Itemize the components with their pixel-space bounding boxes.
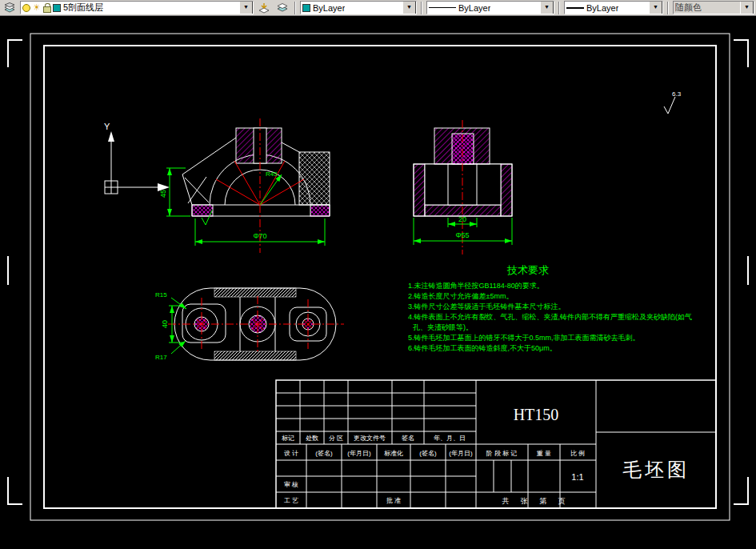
color-combo-dropdown-icon[interactable]: ▼ bbox=[402, 1, 416, 14]
tb-rev-sign: 签名 bbox=[402, 435, 414, 442]
toolbar-separator bbox=[421, 2, 422, 14]
tb-rev-file: 更改文件号 bbox=[354, 435, 386, 442]
tb-sign: (签名) bbox=[315, 450, 333, 457]
dim-side-inner: 20 bbox=[458, 215, 466, 223]
color-combo[interactable]: ByLayer ▼ bbox=[300, 1, 417, 14]
tb-date: (年月日) bbox=[347, 450, 371, 457]
roughness-value: 6.3 bbox=[672, 90, 682, 98]
tb-stage: 阶 段 标 记 bbox=[486, 450, 518, 457]
tb-audit: 审 核 bbox=[284, 481, 298, 488]
tech-title: 技术要求 bbox=[506, 264, 549, 276]
top-view: R15 R17 40 bbox=[155, 288, 344, 361]
model-space[interactable]: Y bbox=[0, 16, 756, 549]
tb-scale-value: 1:1 bbox=[571, 472, 583, 482]
tb-sign2: (签名) bbox=[419, 450, 437, 457]
side-view: 20 Φ55 bbox=[414, 120, 512, 254]
dim-front-width: Φ70 bbox=[253, 232, 266, 240]
linetype-combo[interactable]: ByLayer ▼ bbox=[426, 1, 554, 14]
tech-line: 3.铸件尺寸公差等级适于毛坯铸件基本尺寸标注。 bbox=[408, 303, 566, 311]
linetype-combo-value: ByLayer bbox=[458, 3, 490, 13]
layer-previous-button[interactable] bbox=[274, 1, 290, 14]
dim-front-radius: R45 bbox=[266, 170, 278, 178]
tb-scale-label: 比 例 bbox=[570, 450, 585, 457]
tech-line: 2.铸造长度尺寸允许偏差±5mm。 bbox=[408, 292, 513, 300]
ucs-y-label: Y bbox=[104, 122, 110, 131]
tb-weight: 重 量 bbox=[536, 450, 551, 457]
sheets-stack-icon bbox=[276, 2, 289, 14]
tb-date2: (年月日) bbox=[449, 450, 473, 457]
make-object-layer-current-button[interactable] bbox=[256, 1, 272, 14]
linetype-combo-dropdown-icon[interactable]: ▼ bbox=[540, 1, 554, 14]
tech-line: 6.铸件毛坯加工表面的铸造斜度,不大于50μm。 bbox=[408, 344, 557, 352]
plot-style-dropdown-icon[interactable]: ▼ bbox=[740, 1, 754, 14]
tech-line: 孔、夹渣砂眼等)。 bbox=[413, 323, 473, 331]
plot-style-combo[interactable]: 随颜色 ▼ bbox=[673, 1, 754, 14]
tb-rev-count: 处数 bbox=[306, 435, 318, 442]
tb-drawing-title: 毛坯图 bbox=[622, 459, 690, 480]
dim-side-width: Φ55 bbox=[455, 231, 469, 239]
tb-pages: 共 张 第 页 bbox=[502, 497, 570, 505]
layer-properties-button[interactable] bbox=[2, 1, 18, 14]
toolbar-separator bbox=[294, 2, 296, 14]
title-block: 标记 处数 分 区 更改文件号 签名 年、月、日 设 计 (签名) (年月日) … bbox=[276, 380, 716, 508]
toolbar: ☀ 5剖面线层 ▼ ByLayer ▼ ByLayer ▼ ByLayer ▼ bbox=[0, 0, 756, 16]
tb-design: 设 计 bbox=[284, 450, 298, 457]
dim-top-r-big: R17 bbox=[155, 354, 167, 361]
technical-requirements: 技术要求 1.未注铸造圆角半径按GB1184-80的要求。 2.铸造长度尺寸允许… bbox=[408, 264, 692, 352]
sheet-arrow-icon bbox=[258, 2, 270, 14]
tb-approve: 批 准 bbox=[386, 497, 401, 504]
current-color-chip bbox=[302, 4, 310, 12]
color-combo-value: ByLayer bbox=[313, 3, 345, 13]
dim-front-height: 45 bbox=[159, 190, 167, 198]
roughness-symbol: 6.3 bbox=[664, 90, 682, 114]
tb-craft: 工 艺 bbox=[284, 497, 298, 504]
tech-line: 4.铸件表面上不允许有裂纹、气孔、缩松、夹渣,铸件内部不得有严重缩松及夹砂缺陷(… bbox=[408, 313, 692, 321]
dim-top-height: 40 bbox=[161, 320, 169, 328]
toolbar-separator bbox=[558, 2, 560, 14]
lineweight-combo-value: ByLayer bbox=[586, 3, 618, 13]
lineweight-sample bbox=[566, 7, 584, 9]
tb-material: HT150 bbox=[514, 406, 559, 423]
plot-style-value: 随颜色 bbox=[675, 2, 702, 14]
layer-color-chip bbox=[53, 4, 61, 12]
tech-line: 5.铸件毛坯加工基面上的错牙不得大于0.5mm,非加工表面需清砂去毛刺。 bbox=[408, 334, 640, 342]
layer-combo-dropdown-icon[interactable]: ▼ bbox=[239, 1, 253, 14]
toolbar-separator bbox=[667, 2, 669, 14]
layer-combo-value: 5剖面线层 bbox=[63, 2, 103, 14]
ucs-icon: Y bbox=[104, 122, 170, 194]
tb-rev-date: 年、月、日 bbox=[434, 435, 466, 442]
dim-top-r-small: R15 bbox=[155, 291, 167, 299]
layer-on-bulb-icon[interactable] bbox=[22, 4, 30, 12]
linetype-sample bbox=[429, 7, 456, 8]
layer-lock-icon[interactable] bbox=[43, 2, 50, 13]
tb-rev-zone: 分 区 bbox=[329, 435, 343, 442]
layer-freeze-sun-icon[interactable]: ☀ bbox=[33, 3, 41, 12]
tb-rev-mark: 标记 bbox=[282, 435, 294, 442]
sheet-frame bbox=[8, 34, 748, 520]
lineweight-combo[interactable]: ByLayer ▼ bbox=[564, 1, 663, 14]
tb-standardize: 标准化 bbox=[384, 450, 403, 457]
lineweight-combo-dropdown-icon[interactable]: ▼ bbox=[649, 1, 662, 14]
layer-combo[interactable]: ☀ 5剖面线层 ▼ bbox=[20, 1, 254, 14]
layers-icon bbox=[3, 2, 16, 14]
tech-line: 1.未注铸造圆角半径按GB1184-80的要求。 bbox=[408, 282, 544, 290]
drawing-canvas[interactable]: Y bbox=[0, 16, 756, 549]
front-view: 45 Φ70 R45 bbox=[159, 118, 330, 253]
